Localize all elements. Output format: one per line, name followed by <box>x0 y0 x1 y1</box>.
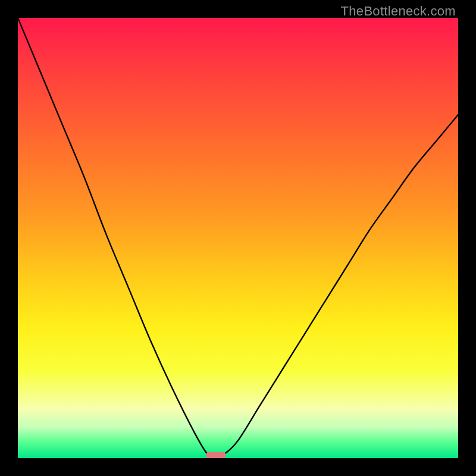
optimal-marker <box>206 452 226 458</box>
watermark-text: TheBottleneck.com <box>341 4 456 19</box>
plot-area <box>18 18 458 458</box>
chart-frame: TheBottleneck.com <box>0 0 476 476</box>
bottleneck-curve <box>18 18 458 458</box>
